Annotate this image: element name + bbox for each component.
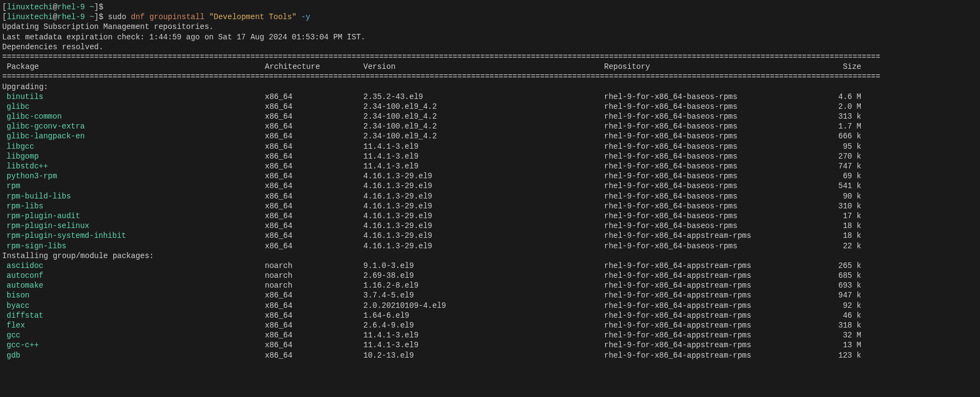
package-repo: rhel-9-for-x86_64-appstream-rpms <box>604 320 828 330</box>
package-arch: x86_64 <box>265 211 363 221</box>
package-size: 95 k <box>828 142 861 151</box>
package-size: 4.6 M <box>828 92 861 102</box>
package-repo: rhel-9-for-x86_64-appstream-rpms <box>604 311 828 320</box>
package-name: glibc-langpack-en <box>2 131 265 141</box>
package-version: 4.16.1.3-29.el9 <box>363 231 604 241</box>
package-repo: rhel-9-for-x86_64-baseos-rpms <box>604 211 828 221</box>
package-size: 666 k <box>828 131 861 141</box>
package-name: bison <box>2 290 265 300</box>
package-repo: rhel-9-for-x86_64-appstream-rpms <box>604 301 828 311</box>
package-version: 2.34-100.el9_4.2 <box>363 102 604 112</box>
package-version: 10.2-13.el9 <box>363 351 604 360</box>
package-repo: rhel-9-for-x86_64-baseos-rpms <box>604 201 828 211</box>
status-line-2: Last metadata expiration check: 1:44:59 … <box>2 33 366 42</box>
package-version: 11.4.1-3.el9 <box>363 340 604 350</box>
package-size: 313 k <box>828 112 861 121</box>
package-name: asciidoc <box>2 261 265 271</box>
package-arch: noarch <box>265 271 363 281</box>
package-name: python3-rpm <box>2 171 265 181</box>
package-arch: x86_64 <box>265 112 363 121</box>
package-repo: rhel-9-for-x86_64-baseos-rpms <box>604 131 828 141</box>
table-row: binutilsx86_642.35.2-43.el9rhel-9-for-x8… <box>2 92 978 102</box>
package-name: rpm-plugin-audit <box>2 211 265 221</box>
package-arch: x86_64 <box>265 241 363 251</box>
package-size: 18 k <box>828 231 861 241</box>
package-repo: rhel-9-for-x86_64-appstream-rpms <box>604 330 828 340</box>
package-version: 1.16.2-8.el9 <box>363 281 604 290</box>
package-arch: x86_64 <box>265 161 363 171</box>
table-row: asciidocnoarch9.1.0-3.el9rhel-9-for-x86_… <box>2 261 978 271</box>
package-size: 46 k <box>828 311 861 320</box>
package-version: 2.6.4-9.el9 <box>363 320 604 330</box>
package-size: 18 k <box>828 221 861 231</box>
table-row: rpm-sign-libsx86_644.16.1.3-29.el9rhel-9… <box>2 241 978 251</box>
package-repo: rhel-9-for-x86_64-baseos-rpms <box>604 161 828 171</box>
package-name: diffstat <box>2 311 265 320</box>
package-version: 9.1.0-3.el9 <box>363 261 604 271</box>
package-version: 2.34-100.el9_4.2 <box>363 112 604 121</box>
table-row: automakenoarch1.16.2-8.el9rhel-9-for-x86… <box>2 281 978 290</box>
package-repo: rhel-9-for-x86_64-baseos-rpms <box>604 92 828 102</box>
table-row: gdbx86_6410.2-13.el9rhel-9-for-x86_64-ap… <box>2 351 978 360</box>
table-row: glibc-gconv-extrax86_642.34-100.el9_4.2r… <box>2 121 978 131</box>
package-version: 2.35.2-43.el9 <box>363 92 604 102</box>
package-size: 693 k <box>828 281 861 290</box>
table-row: rpmx86_644.16.1.3-29.el9rhel-9-for-x86_6… <box>2 181 978 191</box>
package-repo: rhel-9-for-x86_64-baseos-rpms <box>604 102 828 112</box>
package-size: 22 k <box>828 241 861 251</box>
package-size: 265 k <box>828 261 861 271</box>
package-version: 4.16.1.3-29.el9 <box>363 221 604 231</box>
package-name: rpm-libs <box>2 201 265 211</box>
divider-bottom: ========================================… <box>2 72 880 81</box>
package-name: byacc <box>2 301 265 311</box>
package-repo: rhel-9-for-x86_64-baseos-rpms <box>604 112 828 121</box>
package-arch: x86_64 <box>265 320 363 330</box>
package-size: 947 k <box>828 290 861 300</box>
package-arch: x86_64 <box>265 340 363 350</box>
package-version: 11.4.1-3.el9 <box>363 142 604 151</box>
package-name: libstdc++ <box>2 161 265 171</box>
prompt-line-2: [linuxtechi@rhel-9 ~]$ sudo dnf groupins… <box>2 13 310 21</box>
table-row: bisonx86_643.7.4-5.el9rhel-9-for-x86_64-… <box>2 290 978 300</box>
package-name: glibc-common <box>2 112 265 121</box>
package-version: 2.69-38.el9 <box>363 271 604 281</box>
package-size: 92 k <box>828 301 861 311</box>
package-name: gdb <box>2 351 265 360</box>
package-name: rpm-plugin-systemd-inhibit <box>2 231 265 241</box>
table-row: autoconfnoarch2.69-38.el9rhel-9-for-x86_… <box>2 271 978 281</box>
package-version: 4.16.1.3-29.el9 <box>363 181 604 191</box>
header-version: Version <box>363 62 604 72</box>
package-repo: rhel-9-for-x86_64-appstream-rpms <box>604 340 828 350</box>
status-line-3: Dependencies resolved. <box>2 43 103 51</box>
package-arch: x86_64 <box>265 311 363 320</box>
package-arch: x86_64 <box>265 301 363 311</box>
package-version: 3.7.4-5.el9 <box>363 290 604 300</box>
package-repo: rhel-9-for-x86_64-baseos-rpms <box>604 221 828 231</box>
package-size: 123 k <box>828 351 861 360</box>
package-size: 1.7 M <box>828 121 861 131</box>
package-arch: x86_64 <box>265 142 363 151</box>
package-repo: rhel-9-for-x86_64-baseos-rpms <box>604 151 828 161</box>
command-arg: "Development Tools" <box>209 13 297 21</box>
package-repo: rhel-9-for-x86_64-appstream-rpms <box>604 351 828 360</box>
package-version: 2.34-100.el9_4.2 <box>363 131 604 141</box>
package-repo: rhel-9-for-x86_64-baseos-rpms <box>604 191 828 201</box>
package-version: 2.0.20210109-4.el9 <box>363 301 604 311</box>
divider-top: ========================================… <box>2 52 880 61</box>
section-upgrading: Upgrading: <box>2 83 48 91</box>
package-size: 747 k <box>828 161 861 171</box>
package-repo: rhel-9-for-x86_64-baseos-rpms <box>604 142 828 151</box>
package-name: glibc <box>2 102 265 112</box>
table-row: rpm-plugin-selinuxx86_644.16.1.3-29.el9r… <box>2 221 978 231</box>
package-arch: x86_64 <box>265 181 363 191</box>
package-version: 1.64-6.el9 <box>363 311 604 320</box>
table-row: rpm-libsx86_644.16.1.3-29.el9rhel-9-for-… <box>2 201 978 211</box>
package-arch: x86_64 <box>265 191 363 201</box>
package-name: glibc-gconv-extra <box>2 121 265 131</box>
command-dnf: dnf <box>131 13 144 21</box>
table-row: libgccx86_6411.4.1-3.el9rhel-9-for-x86_6… <box>2 142 978 151</box>
package-name: rpm-plugin-selinux <box>2 221 265 231</box>
terminal-output[interactable]: [linuxtechi@rhel-9 ~]$ [linuxtechi@rhel-… <box>2 2 978 360</box>
package-version: 4.16.1.3-29.el9 <box>363 201 604 211</box>
header-repo: Repository <box>604 62 828 72</box>
